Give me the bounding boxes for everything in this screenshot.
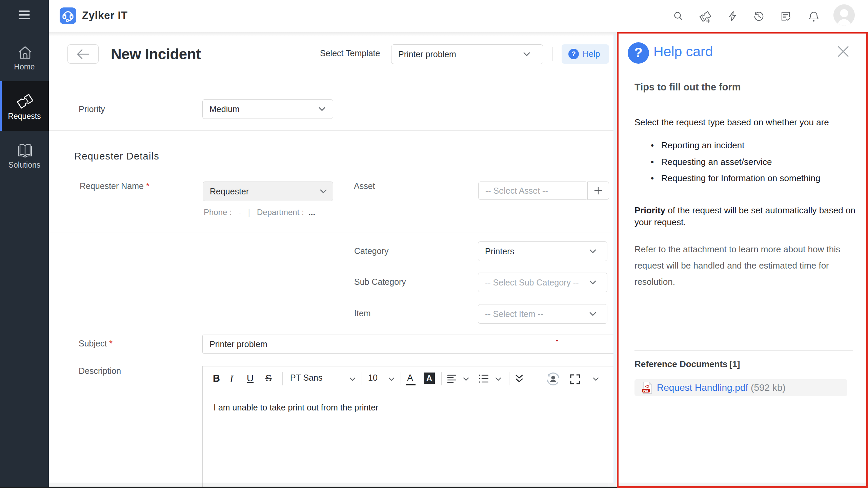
svg-text:PDF: PDF <box>643 389 649 392</box>
